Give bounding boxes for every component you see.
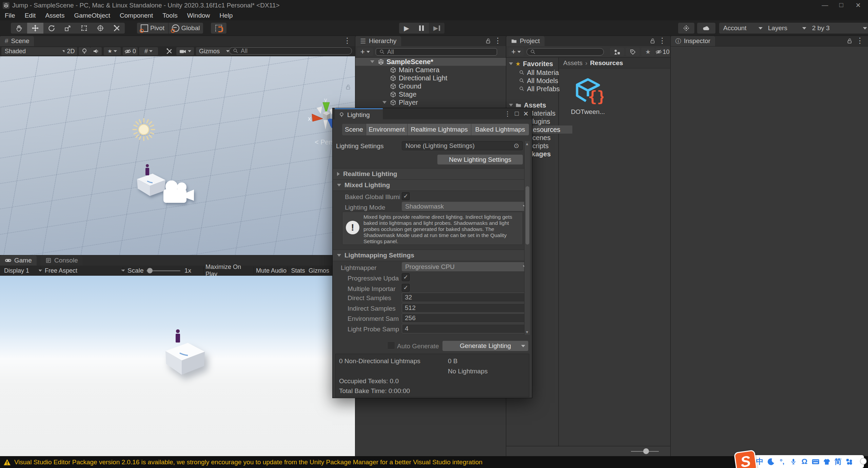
lock-icon[interactable]: [485, 38, 491, 44]
scale-tool-button[interactable]: [60, 23, 76, 34]
grid-snap-button[interactable]: [211, 23, 226, 34]
favorites-filter-button[interactable]: ★: [641, 48, 655, 56]
lightmapping-settings-section-header[interactable]: Lightmapping Settings: [333, 250, 529, 261]
realtime-lighting-section-header[interactable]: Realtime Lighting: [333, 168, 529, 180]
lighting-titlebar[interactable]: Lighting ⋮ □ ✕: [333, 108, 532, 119]
lighting-maximize-button[interactable]: □: [513, 110, 521, 118]
lighting-menu-kebab[interactable]: ⋮: [504, 110, 512, 118]
scene-tools-button[interactable]: [163, 47, 175, 55]
scale-slider-knob[interactable]: [147, 268, 153, 273]
tab-game[interactable]: Game: [0, 255, 37, 266]
move-tool-button[interactable]: [27, 23, 43, 34]
scene-lighting-toggle[interactable]: [79, 47, 90, 55]
pivot-toggle-button[interactable]: Pivot: [137, 23, 168, 34]
scroll-up-icon[interactable]: ▲: [525, 142, 529, 146]
project-search-input[interactable]: [527, 48, 604, 56]
auto-generate-checkbox[interactable]: [387, 342, 395, 349]
ime-collapse-handle[interactable]: [860, 458, 867, 465]
slider-knob[interactable]: [643, 448, 649, 454]
directional-light-gizmo-icon[interactable]: [132, 118, 155, 141]
disclosure-open-icon[interactable]: [509, 104, 513, 106]
mute-audio-button[interactable]: Mute Audio: [255, 267, 288, 275]
maximize-on-play-button[interactable]: Maximize On Play: [205, 267, 254, 275]
new-lighting-settings-button[interactable]: New Lighting Settings: [437, 155, 523, 164]
lock-icon[interactable]: [650, 38, 656, 44]
ime-skin-button[interactable]: [821, 455, 832, 468]
scene-menu-kebab[interactable]: ⋮: [343, 37, 351, 44]
scrollbar-thumb[interactable]: [526, 186, 529, 245]
gizmos-dropdown[interactable]: Gizmos: [196, 47, 233, 55]
progressive-updates-checkbox[interactable]: ✓: [402, 273, 410, 281]
tab-console[interactable]: Console: [41, 255, 83, 266]
layout-dropdown[interactable]: 2 by 3: [808, 23, 868, 34]
scene-search-input[interactable]: All: [229, 47, 352, 55]
tab-hierarchy[interactable]: ☰Hierarchy: [355, 36, 401, 46]
menu-component[interactable]: Component: [115, 11, 158, 20]
create-object-button[interactable]: +: [357, 48, 373, 56]
menu-help[interactable]: Help: [215, 11, 237, 20]
hand-tool-button[interactable]: [11, 23, 27, 34]
indirect-samples-field[interactable]: 512: [402, 303, 526, 313]
rect-tool-button[interactable]: [76, 23, 92, 34]
hierarchy-search-input[interactable]: All: [376, 48, 497, 56]
lighting-tab-realtime-lightmaps[interactable]: Realtime Lightmaps: [408, 124, 471, 135]
multiple-importance-checkbox[interactable]: ✓: [402, 284, 410, 292]
lighting-tab-scene[interactable]: Scene: [342, 124, 366, 135]
collab-button[interactable]: [678, 23, 694, 34]
project-menu-kebab[interactable]: ⋮: [658, 37, 666, 44]
custom-tool-button[interactable]: [108, 23, 125, 34]
lighting-tab-baked-lightmaps[interactable]: Baked Lightmaps: [471, 124, 529, 135]
layers-dropdown[interactable]: Layers: [764, 23, 810, 34]
game-gizmos-dropdown[interactable]: Gizmos: [309, 267, 336, 275]
scene-audio-toggle[interactable]: [90, 47, 102, 55]
direct-samples-field[interactable]: 32: [402, 293, 526, 302]
scene-grid-dropdown[interactable]: #: [139, 47, 158, 55]
ime-moon-icon[interactable]: [765, 455, 776, 468]
disclosure-open-icon[interactable]: [382, 101, 387, 104]
inspector-menu-kebab[interactable]: ⋮: [856, 37, 864, 44]
generate-lighting-button[interactable]: Generate Lighting: [442, 341, 528, 351]
baked-gi-checkbox[interactable]: ✓: [402, 192, 410, 200]
create-asset-button[interactable]: +: [508, 48, 524, 56]
lighting-settings-object-field[interactable]: None (Lighting Settings) ⊙: [402, 141, 523, 150]
scroll-down-icon[interactable]: ▼: [525, 330, 529, 334]
scene-camera-dropdown[interactable]: [176, 47, 194, 55]
ime-punctuation-button[interactable]: °,: [776, 455, 788, 468]
scene-viewport[interactable]: y x z < Persp: [0, 56, 355, 255]
aspect-dropdown[interactable]: Free Aspect: [41, 267, 128, 275]
lighting-mode-dropdown[interactable]: Shadowmask: [402, 202, 530, 211]
sogou-logo[interactable]: S: [734, 450, 757, 468]
lightmapper-dropdown[interactable]: Progressive CPU: [402, 262, 530, 271]
2d-toggle-button[interactable]: 2D: [64, 47, 77, 55]
mixed-lighting-section-header[interactable]: Mixed Lighting: [333, 179, 529, 191]
ime-toolbox-button[interactable]: [844, 455, 855, 468]
display-dropdown[interactable]: Display 1: [1, 267, 45, 275]
step-button[interactable]: ▶: [429, 23, 445, 34]
ime-mic-button[interactable]: [788, 455, 799, 468]
close-button[interactable]: ✕: [850, 1, 866, 9]
lighting-scrollbar[interactable]: ▲ ▼: [524, 141, 530, 335]
maximize-button[interactable]: □: [833, 1, 849, 9]
camera-gizmo-icon[interactable]: [159, 178, 197, 206]
game-viewport[interactable]: [0, 276, 355, 456]
hierarchy-menu-kebab[interactable]: ⋮: [494, 37, 501, 44]
effects-dropdown[interactable]: ★: [104, 47, 121, 55]
hidden-count-button[interactable]: 10: [655, 48, 670, 56]
scene-visibility-toggle[interactable]: 0: [123, 47, 138, 55]
environment-samples-field[interactable]: 256: [402, 313, 526, 323]
lighting-tab-environment[interactable]: Environment: [366, 124, 408, 135]
tab-project[interactable]: Project: [506, 36, 545, 46]
lighting-window-tab[interactable]: Lighting: [335, 108, 383, 120]
play-button[interactable]: ▶: [399, 23, 414, 34]
shading-mode-dropdown[interactable]: Shaded: [1, 47, 69, 55]
pause-button[interactable]: [414, 23, 429, 34]
asset-dotween[interactable]: {} DOTween...: [569, 76, 607, 116]
global-toggle-button[interactable]: Global: [169, 23, 203, 34]
cloud-button[interactable]: [697, 23, 715, 34]
ime-keyboard-button[interactable]: [810, 455, 821, 468]
object-picker-icon[interactable]: ⊙: [514, 142, 519, 150]
search-by-label-button[interactable]: [626, 48, 640, 56]
menu-gameobject[interactable]: GameObject: [69, 11, 115, 20]
disclosure-open-icon[interactable]: [370, 60, 374, 63]
scale-slider[interactable]: [146, 270, 180, 271]
